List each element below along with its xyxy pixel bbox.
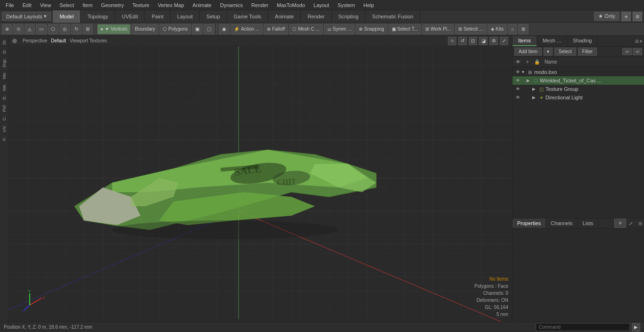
reset-view-btn[interactable]: ↺ (458, 37, 467, 45)
circle-btn[interactable]: ◎ (59, 24, 70, 34)
arrow-dir-light[interactable]: ▶ (532, 95, 537, 100)
menu-item[interactable]: Item (79, 1, 96, 9)
tab-setup[interactable]: Setup (200, 10, 227, 23)
menu-render[interactable]: Render (248, 1, 272, 9)
zoom-fit-btn[interactable]: ⊡ (469, 37, 477, 45)
kits-btn[interactable]: ◈ Kits (487, 24, 507, 34)
tab-shading[interactable]: Shading (567, 36, 598, 46)
tab-paint[interactable]: Paint (145, 10, 171, 23)
props-expand-btn[interactable]: ⤢ (626, 220, 636, 227)
grid-btn[interactable]: ⊞ (83, 24, 93, 34)
command-input[interactable] (536, 323, 630, 331)
tab-properties[interactable]: Properties (512, 219, 546, 228)
viewport-canvas[interactable]: SALE CHIT X Y Z (8, 46, 512, 322)
menu-layout[interactable]: Layout (310, 1, 333, 9)
menu-texture[interactable]: Texture (129, 1, 153, 9)
falloff-circle-btn[interactable]: ◉ (219, 24, 230, 34)
fullscreen-btn[interactable]: ⊞ (518, 24, 528, 34)
star-only-button[interactable]: ★ Only (594, 12, 619, 21)
tab-uvedit[interactable]: UVEdit (115, 10, 145, 23)
rotate-btn[interactable]: ↻ (71, 24, 82, 34)
eye-modo-bxo[interactable]: 👁 (514, 69, 521, 75)
sidebar-tab-d[interactable]: D: (1, 48, 8, 56)
panel-expand-right[interactable]: ≫ (622, 48, 632, 55)
action-btn[interactable]: ⚡ Action ... (231, 24, 263, 34)
tab-animate[interactable]: Animate (268, 10, 301, 23)
tab-model[interactable]: Model (53, 10, 81, 23)
tab-items[interactable]: Items (512, 36, 537, 46)
move-tool-btn[interactable]: ⊕ (2, 24, 12, 34)
filter-btn[interactable]: Filter (578, 48, 597, 56)
menu-maxtomodo[interactable]: MaxToModo (273, 1, 309, 9)
sidebar-tab-pol[interactable]: Pol: (1, 103, 8, 114)
viewport-textures[interactable]: Viewport Textures (70, 38, 107, 43)
boundary-btn[interactable]: Boundary (132, 24, 158, 34)
tree-item-modo-bxo[interactable]: 👁 ▼ ⊞ modo.bxo (512, 68, 644, 76)
menu-file[interactable]: File (2, 1, 18, 9)
select-btn[interactable]: Select (554, 48, 576, 56)
settings-btn[interactable]: ⚙ (489, 37, 498, 45)
menu-dynamics[interactable]: Dynamics (216, 1, 247, 9)
eye-texture-group[interactable]: 👁 (514, 86, 521, 92)
polygon-select-btn[interactable]: ◬ (25, 24, 35, 34)
sidebar-tab-dup[interactable]: Dup: (1, 57, 8, 69)
command-exec-btn[interactable]: ▶ (632, 323, 640, 332)
tab-game-tools[interactable]: Game Tools (227, 10, 269, 23)
box-select-btn[interactable]: ▭ (36, 24, 47, 34)
frame-all-btn[interactable]: ⊹ (448, 37, 456, 45)
selecti-btn[interactable]: ⊞ Selecti ... (455, 24, 486, 34)
tab-topology[interactable]: Topology (81, 10, 115, 23)
menu-vertex-map[interactable]: Vertex Map (154, 1, 188, 9)
polygons-btn[interactable]: ⬡ Polygons (159, 24, 191, 34)
tab-lists[interactable]: Lists (578, 219, 599, 228)
sidebar-tab-di[interactable]: Di: (1, 38, 8, 47)
maximize-btn[interactable]: ⤢ (500, 37, 508, 45)
settings-layout-button[interactable]: ≡ (633, 12, 642, 21)
arrow-wrinkled[interactable]: ▶ (527, 78, 531, 83)
menu-view[interactable]: View (36, 1, 55, 9)
tab-schematic-fusion[interactable]: Schematic Fusion (365, 10, 420, 23)
add-layout-button[interactable]: + (621, 12, 631, 21)
select-mode-2-btn[interactable]: ▢ (204, 24, 215, 34)
vertices-btn[interactable]: ● ▼ Vertices (97, 24, 131, 34)
tree-item-dir-light[interactable]: 👁 ▶ ☀ Directional Light (512, 93, 644, 102)
arrow-modo-bxo[interactable]: ▼ (521, 70, 526, 74)
eye-dir-light[interactable]: 👁 (514, 94, 521, 101)
panel-collapse-left[interactable]: ≪ (633, 48, 642, 55)
props-add-btn[interactable]: + (614, 219, 626, 228)
eye-wrinkled[interactable]: 👁 (514, 77, 521, 84)
element-btn[interactable]: ⬡ (48, 24, 58, 34)
lock-icon[interactable]: 🔒 (533, 58, 541, 65)
viewport-perspective[interactable]: Perspective (23, 38, 47, 43)
select-mode-btn[interactable]: ▣ (192, 24, 203, 34)
tab-layout[interactable]: Layout (171, 10, 200, 23)
sidebar-tab-me1[interactable]: Me: (1, 70, 8, 81)
props-maximize-icon[interactable]: ⊞ (638, 221, 642, 226)
add-item-dropdown[interactable]: ▾ (544, 48, 553, 56)
sidebar-tab-me2[interactable]: Me: (1, 82, 8, 93)
tree-item-texture-group[interactable]: 👁 ▶ ◫ Texture Group (512, 85, 644, 93)
snapping-btn[interactable]: ⊕ Snapping (355, 24, 387, 34)
mesh-c-btn[interactable]: ⬡ Mesh C ... (289, 24, 323, 34)
menu-animate[interactable]: Animate (189, 1, 215, 9)
sidebar-tab-e[interactable]: E: (1, 94, 8, 102)
tree-item-wrinkled[interactable]: 👁 ▶ ⬡ Wrinkled_Ticket_of_Cas ... (512, 76, 644, 85)
falloff-btn[interactable]: ⊕ Falloff (264, 24, 288, 34)
add-item-btn[interactable]: Add Item (514, 48, 542, 56)
menu-edit[interactable]: Edit (19, 1, 35, 9)
symm-btn[interactable]: ⚌ Symm ... (324, 24, 355, 34)
sidebar-tab-uv[interactable]: UV: (1, 123, 8, 134)
select-t-btn[interactable]: ▣ Select T... (388, 24, 421, 34)
viewport-default[interactable]: Default (51, 38, 66, 43)
expand-panel-icon[interactable]: ⊞ (635, 39, 639, 44)
menu-select[interactable]: Select (56, 1, 78, 9)
sidebar-tab-f[interactable]: F: (1, 135, 8, 143)
add-icon[interactable]: + (524, 58, 531, 65)
rotate-sphere-btn[interactable]: ⊙ (13, 24, 24, 34)
menu-system[interactable]: System (334, 1, 359, 9)
tab-mesh[interactable]: Mesh ... (537, 36, 567, 46)
layout-dropdown[interactable]: Default Layouts ▾ (2, 12, 51, 21)
menu-geometry[interactable]: Geometry (97, 1, 127, 9)
menu-help[interactable]: Help (360, 1, 378, 9)
camera-btn[interactable]: ◪ (479, 37, 487, 45)
